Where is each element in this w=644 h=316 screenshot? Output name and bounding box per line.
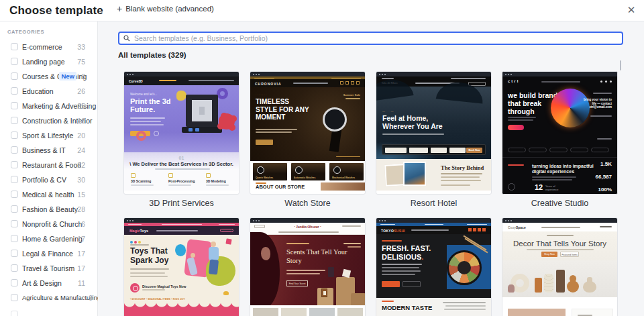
sidebar-item-education[interactable]: Education 26: [0, 84, 98, 99]
template-card-resort-hotel[interactable]: Isla di Mare — · · · — Feel at Home, Whe…: [376, 71, 492, 208]
template-card-sushi-restaurant[interactable]: TOKYOSUSHI FRESH. FAST. DELISIOUS.: [376, 217, 492, 316]
preview-hero: Welcome and let's... Print the 3d Future…: [124, 85, 239, 152]
printer-button: [189, 128, 193, 131]
sidebar-item-construction-interior[interactable]: Construction & Interior 16: [0, 113, 98, 128]
checkbox[interactable]: [11, 279, 18, 286]
preview-nav-bar: [189, 80, 234, 81]
sidebar-item-sport-lifestyle[interactable]: Sport & Lifestyle 20: [0, 128, 98, 143]
close-icon[interactable]: ✕: [625, 3, 638, 17]
preview-text-bar: [155, 168, 210, 170]
product-label: Automatic Watches: [294, 176, 315, 179]
template-card-perfume-store[interactable]: · Jardin Obscur · Scents That Tell Your …: [250, 217, 366, 316]
product-card: Automatic Watches: [291, 163, 325, 180]
sidebar-item-ecommerce[interactable]: E-commerce 33: [0, 40, 98, 54]
cta-icon: [130, 283, 140, 293]
perfume-bottle: [321, 288, 327, 297]
sidebar-item-courses-coaching[interactable]: Courses & Coaching New 8: [0, 69, 98, 84]
template-card-decor-store[interactable]: CozySpace Decor That Tells Your Story Sh…: [502, 217, 618, 316]
checkbox[interactable]: [11, 102, 18, 109]
checkbox[interactable]: [11, 235, 18, 242]
preview-logo: Curve3D: [129, 79, 143, 83]
preview-text-bar: [382, 264, 422, 265]
preview-text-bar: [441, 176, 480, 178]
scrollbar[interactable]: [620, 60, 621, 70]
checkbox[interactable]: [11, 294, 18, 301]
sidebar-item-legal-finance[interactable]: Legal & Finance 17: [0, 246, 98, 261]
category-label: Courses & Coaching: [22, 72, 87, 81]
checkbox[interactable]: [11, 87, 18, 95]
checkbox[interactable]: [11, 311, 18, 316]
sidebar-item-landing-page[interactable]: Landing page 75: [0, 54, 98, 69]
preview-text-bar: [345, 98, 360, 99]
feature-panel: [572, 309, 613, 316]
preview-logo: TOKYOSUSHI: [381, 229, 405, 233]
search-input[interactable]: [134, 33, 617, 44]
booking-field: [385, 148, 407, 153]
blank-website-button[interactable]: + Blank website (advanced): [117, 5, 214, 13]
category-label: Restaurant & Food: [22, 161, 81, 169]
stat-value: 66,587: [596, 174, 612, 180]
template-card-watch-store[interactable]: CHRONOVIA · · · · · · · TIMELESS STYLE F…: [250, 71, 366, 208]
checkbox[interactable]: [11, 131, 18, 139]
sidebar-item-home-gardening[interactable]: Home & Gardening 17: [0, 231, 98, 246]
template-card-3d-print-services[interactable]: Curve3D Welcome and let's... Print the 3…: [123, 71, 239, 208]
category-count: 8: [81, 72, 85, 81]
preview-text-bar: [343, 243, 361, 244]
category-label: Sport & Lifestyle: [22, 131, 73, 140]
template-title: 3D Print Services: [123, 199, 239, 208]
checkbox[interactable]: [11, 250, 18, 257]
checkbox[interactable]: [11, 161, 18, 168]
preview-text-bar: [130, 272, 165, 274]
preview-nav-bar: [541, 227, 580, 228]
preview-secondary-button: Featured Items: [560, 252, 579, 257]
social-icon: [478, 228, 481, 231]
checkbox[interactable]: [11, 146, 18, 154]
checkbox[interactable]: [11, 220, 18, 227]
checkbox[interactable]: [11, 117, 18, 124]
checkbox[interactable]: [11, 72, 18, 80]
category-count: 6: [81, 220, 85, 228]
template-title: Watch Store: [250, 199, 366, 208]
logo-accent: SUSHI: [394, 229, 405, 233]
preview-headline: TIMELESS STYLE FOR ANY MOMENT: [256, 98, 311, 121]
results-heading: All templates (329): [118, 51, 186, 59]
preview-headline: Toys That Spark Joy: [130, 247, 178, 265]
sidebar-item-travel-tourism[interactable]: Travel & Tourism 17: [0, 261, 98, 276]
years-label: Years of experience: [545, 185, 561, 191]
preview-text-bar: [286, 273, 320, 274]
sidebar-item-fashion-beauty[interactable]: Fashion & Beauty 28: [0, 202, 98, 217]
search-bar[interactable]: [118, 32, 623, 45]
preview-cta: Discover Magical Toys Now: [142, 284, 186, 288]
template-card-creative-studio[interactable]: ctrl we build brands that break through …: [502, 71, 618, 208]
child-figure: [209, 259, 219, 274]
category-count: 33: [77, 43, 85, 51]
preview-text-bar: [508, 119, 533, 121]
checkbox[interactable]: [11, 58, 18, 65]
sidebar-item-business-it[interactable]: Business & IT 24: [0, 143, 98, 158]
watch-face: [323, 107, 347, 131]
sidebar-item-nonprofit-church[interactable]: Nonprofit & Church 6: [0, 217, 98, 231]
checkbox[interactable]: [11, 176, 18, 183]
section-heading: \ We Deliver the Best Services in 3D Sec…: [124, 161, 239, 167]
category-label: Education: [22, 87, 54, 95]
template-card-toy-store[interactable]: MagicToys Toys That Spark Joy Discover M…: [123, 217, 239, 316]
preview-text-bar: [206, 185, 229, 186]
dialog-header: Choose template + Blank website (advance…: [0, 0, 644, 21]
feature-label: 3D Modeling: [206, 179, 237, 183]
sidebar-item-restaurant-food[interactable]: Restaurant & Food 22: [0, 158, 98, 172]
sidebar-item-partial[interactable]: [0, 307, 98, 316]
preview-spacer: [502, 297, 617, 305]
product-label: Quartz Watches: [256, 176, 273, 179]
checkbox[interactable]: [11, 264, 18, 272]
checkbox[interactable]: [11, 191, 18, 198]
category-count: 20: [77, 131, 85, 140]
checkbox[interactable]: [11, 43, 18, 50]
sidebar-item-medical-health[interactable]: Medical & health 15: [0, 187, 98, 202]
sidebar-item-marketing-advertising[interactable]: Marketing & Advertising 25: [0, 99, 98, 113]
template-preview: ctrl we build brands that break through …: [502, 71, 618, 195]
sidebar-item-portfolio-cv[interactable]: Portfolio & CV 30: [0, 172, 98, 187]
plus-icon: +: [117, 5, 122, 13]
sidebar-item-art-design[interactable]: Art & Design 11: [0, 276, 98, 291]
checkbox[interactable]: [11, 205, 18, 213]
sidebar-item-agriculture-manufacturing[interactable]: Agriculture & Manufacturing 9: [0, 291, 98, 305]
